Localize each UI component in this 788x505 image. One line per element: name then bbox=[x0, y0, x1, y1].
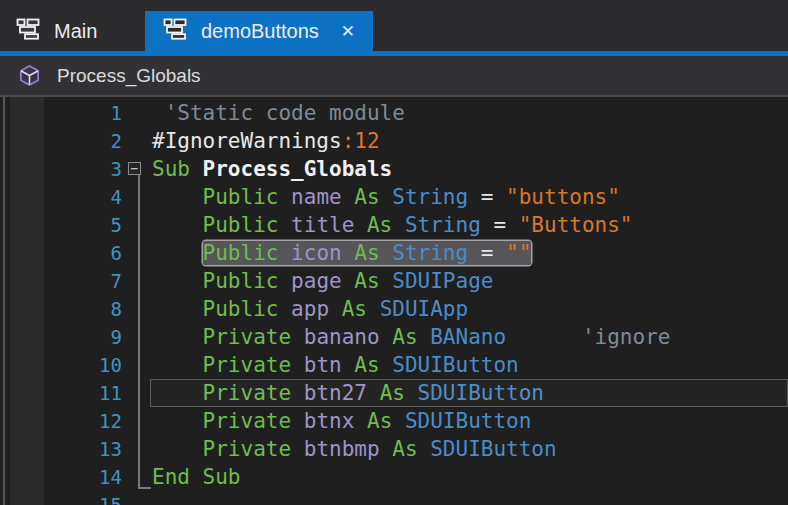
line-number[interactable]: 6 bbox=[0, 239, 122, 267]
code-token-plain bbox=[392, 213, 405, 237]
code-token-plain bbox=[329, 297, 342, 321]
module-cube-icon bbox=[18, 64, 41, 87]
line-number[interactable]: 1 bbox=[0, 99, 122, 127]
fold-column bbox=[122, 127, 152, 155]
code-line[interactable]: 8 Public app As SDUIApp bbox=[0, 295, 788, 323]
fold-column bbox=[122, 379, 152, 407]
code-token-kw: Private bbox=[203, 409, 292, 433]
code-token-type: String bbox=[392, 241, 468, 265]
code-token-var: btnx bbox=[304, 409, 355, 433]
code-token-plain bbox=[152, 185, 203, 209]
code-token-plain bbox=[342, 185, 355, 209]
code-text: Sub Process_Globals bbox=[152, 155, 392, 183]
line-number[interactable]: 15 bbox=[0, 491, 122, 505]
code-token-var: app bbox=[291, 297, 329, 321]
line-number[interactable]: 13 bbox=[0, 435, 122, 463]
code-token-plain bbox=[506, 325, 582, 349]
code-line[interactable]: 9 Private banano As BANano 'ignore bbox=[0, 323, 788, 351]
code-token-plain bbox=[152, 241, 203, 265]
code-token-plain bbox=[152, 213, 203, 237]
line-number[interactable]: 12 bbox=[0, 407, 122, 435]
code-token-subname: Process_Globals bbox=[203, 157, 393, 181]
code-token-var: page bbox=[291, 269, 342, 293]
code-token-type: BANano bbox=[430, 325, 506, 349]
code-text: Private btn As SDUIButton bbox=[152, 351, 519, 379]
code-token-var: name bbox=[291, 185, 342, 209]
line-number[interactable]: 4 bbox=[0, 183, 122, 211]
line-number[interactable]: 9 bbox=[0, 323, 122, 351]
code-token-kw: Public bbox=[203, 241, 279, 265]
line-number[interactable]: 3 bbox=[0, 155, 122, 183]
code-token-plain bbox=[418, 325, 431, 349]
code-line[interactable]: 4 Public name As String = "buttons" bbox=[0, 183, 788, 211]
fold-collapse-icon[interactable]: − bbox=[128, 162, 141, 175]
code-token-plain bbox=[152, 269, 203, 293]
code-token-kw: Public bbox=[203, 297, 279, 321]
code-editor[interactable]: 1 'Static code module2#IgnoreWarnings:12… bbox=[0, 97, 788, 505]
code-token-kw: Public bbox=[203, 213, 279, 237]
code-token-plain bbox=[380, 185, 393, 209]
code-token-string: :12 bbox=[342, 129, 380, 153]
code-line[interactable]: 11 Private btn27 As SDUIButton bbox=[0, 379, 788, 407]
code-line[interactable]: 12 Private btnx As SDUIButton bbox=[0, 407, 788, 435]
module-layout-icon bbox=[163, 18, 189, 44]
code-token-type: SDUIPage bbox=[392, 269, 493, 293]
line-number[interactable]: 5 bbox=[0, 211, 122, 239]
code-token-plain bbox=[278, 297, 291, 321]
tab-main[interactable]: Main bbox=[0, 11, 145, 51]
code-text: Private btnx As SDUIButton bbox=[152, 407, 531, 435]
fold-column bbox=[122, 183, 152, 211]
code-token-kw: As bbox=[354, 241, 379, 265]
code-token-kw: As bbox=[392, 437, 417, 461]
fold-column bbox=[122, 267, 152, 295]
code-line[interactable]: 5 Public title As String = "Buttons" bbox=[0, 211, 788, 239]
code-token-plain: #IgnoreWarnings bbox=[152, 129, 342, 153]
line-number[interactable]: 14 bbox=[0, 463, 122, 491]
sub-header-title: Process_Globals bbox=[57, 65, 201, 87]
code-token-plain bbox=[342, 241, 355, 265]
line-number[interactable]: 11 bbox=[0, 379, 122, 407]
code-token-kw: As bbox=[354, 353, 379, 377]
code-line[interactable]: 13 Private btnbmp As SDUIButton bbox=[0, 435, 788, 463]
fold-column bbox=[122, 407, 152, 435]
fold-column: − bbox=[122, 155, 152, 183]
code-line[interactable]: 6 Public icon As String = "" bbox=[0, 239, 788, 267]
tab-close-icon[interactable]: ✕ bbox=[341, 23, 355, 40]
code-token-plain bbox=[380, 437, 393, 461]
fold-column bbox=[122, 491, 152, 505]
code-token-plain bbox=[380, 269, 393, 293]
tab-main-label: Main bbox=[54, 20, 97, 43]
code-text: Public page As SDUIPage bbox=[152, 267, 493, 295]
code-line[interactable]: 15 bbox=[0, 491, 788, 505]
code-token-kw: As bbox=[367, 409, 392, 433]
code-line[interactable]: 7 Public page As SDUIPage bbox=[0, 267, 788, 295]
code-text: Public name As String = "buttons" bbox=[152, 183, 620, 211]
code-token-kw: As bbox=[392, 325, 417, 349]
code-line[interactable]: 14End Sub bbox=[0, 463, 788, 491]
current-line-box bbox=[150, 379, 788, 407]
code-token-kw: Private bbox=[203, 437, 292, 461]
code-token-kw: End Sub bbox=[152, 465, 241, 489]
code-line[interactable]: 10 Private btn As SDUIButton bbox=[0, 351, 788, 379]
fold-column bbox=[122, 351, 152, 379]
line-number[interactable]: 10 bbox=[0, 351, 122, 379]
line-number[interactable]: 7 bbox=[0, 267, 122, 295]
code-line[interactable]: 2#IgnoreWarnings:12 bbox=[0, 127, 788, 155]
code-line[interactable]: 3−Sub Process_Globals bbox=[0, 155, 788, 183]
code-token-var: icon bbox=[291, 241, 342, 265]
code-token-plain bbox=[380, 241, 393, 265]
code-token-plain bbox=[278, 269, 291, 293]
code-line[interactable]: 1 'Static code module bbox=[0, 99, 788, 127]
fold-column bbox=[122, 435, 152, 463]
fold-column bbox=[122, 211, 152, 239]
code-token-plain bbox=[380, 353, 393, 377]
sub-header[interactable]: Process_Globals bbox=[0, 56, 788, 97]
code-token-plain bbox=[278, 213, 291, 237]
module-layout-icon bbox=[16, 18, 42, 44]
code-token-var: title bbox=[291, 213, 354, 237]
line-number[interactable]: 8 bbox=[0, 295, 122, 323]
code-token-plain bbox=[367, 297, 380, 321]
tab-demobuttons[interactable]: demoButtons ✕ bbox=[145, 11, 373, 51]
fold-column bbox=[122, 239, 152, 267]
line-number[interactable]: 2 bbox=[0, 127, 122, 155]
